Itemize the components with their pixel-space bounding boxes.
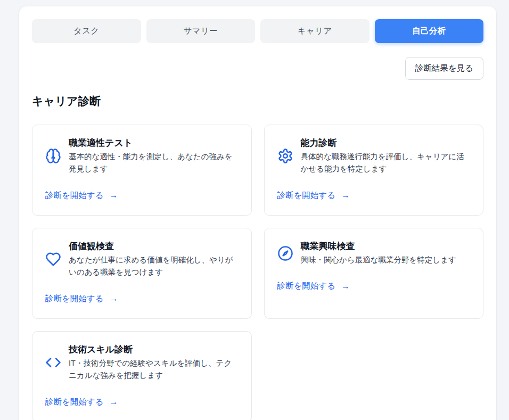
brain-icon <box>45 148 61 164</box>
tab-bar: タスク サマリー キャリア 自己分析 <box>32 19 483 43</box>
tab-career[interactable]: キャリア <box>260 19 370 43</box>
card-description: あなたが仕事に求める価値を明確化し、やりがいのある職業を見つけます <box>69 254 239 279</box>
card-description: 具体的な職務遂行能力を評価し、キャリアに活かせる能力を特定します <box>301 151 471 176</box>
card-title: 技術スキル診断 <box>69 343 239 356</box>
card-description: IT・技術分野での経験やスキルを評価し、テクニカルな強みを把握します <box>69 357 239 382</box>
actions-row: 診断結果を見る <box>32 57 483 80</box>
arrow-right-icon: → <box>110 294 118 303</box>
main-panel: タスク サマリー キャリア 自己分析 診断結果を見る キャリア診断 職業適性テス… <box>19 6 496 420</box>
card-title: 能力診断 <box>301 137 471 149</box>
start-diagnosis-link[interactable]: 診断を開始する → <box>277 190 350 201</box>
tab-tasks[interactable]: タスク <box>32 19 141 43</box>
start-diagnosis-link[interactable]: 診断を開始する → <box>45 190 118 201</box>
start-diagnosis-link[interactable]: 診断を開始する → <box>45 397 118 408</box>
page-title: キャリア診断 <box>32 94 483 109</box>
card-values-test: 価値観検査 あなたが仕事に求める価値を明確化し、やりがいのある職業を見つけます … <box>32 228 252 319</box>
tab-summary[interactable]: サマリー <box>146 19 256 43</box>
card-title: 職業適性テスト <box>69 137 239 149</box>
arrow-right-icon: → <box>341 191 350 200</box>
card-interest-test: 職業興味検査 興味・関心から最適な職業分野を特定します 診断を開始する → <box>264 228 484 319</box>
view-results-button[interactable]: 診断結果を見る <box>405 57 483 80</box>
card-aptitude-test: 職業適性テスト 基本的な適性・能力を測定し、あなたの強みを発見します 診断を開始… <box>32 125 252 216</box>
gear-icon <box>277 148 293 164</box>
start-diagnosis-link[interactable]: 診断を開始する → <box>45 293 118 304</box>
card-description: 興味・関心から最適な職業分野を特定します <box>301 254 471 266</box>
card-title: 価値観検査 <box>69 240 239 252</box>
arrow-right-icon: → <box>341 282 350 291</box>
card-title: 職業興味検査 <box>301 240 471 252</box>
diagnosis-card-grid: 職業適性テスト 基本的な適性・能力を測定し、あなたの強みを発見します 診断を開始… <box>32 125 483 420</box>
card-technical-skill: 技術スキル診断 IT・技術分野での経験やスキルを評価し、テクニカルな強みを把握し… <box>32 331 252 420</box>
arrow-right-icon: → <box>110 398 118 406</box>
compass-icon <box>277 245 293 261</box>
start-diagnosis-link[interactable]: 診断を開始する → <box>277 281 350 292</box>
heart-icon <box>45 251 61 267</box>
card-ability-diagnosis: 能力診断 具体的な職務遂行能力を評価し、キャリアに活かせる能力を特定します 診断… <box>264 125 484 216</box>
arrow-right-icon: → <box>110 191 118 200</box>
code-icon <box>45 355 61 370</box>
card-description: 基本的な適性・能力を測定し、あなたの強みを発見します <box>69 151 239 176</box>
tab-self-analysis[interactable]: 自己分析 <box>375 19 484 43</box>
